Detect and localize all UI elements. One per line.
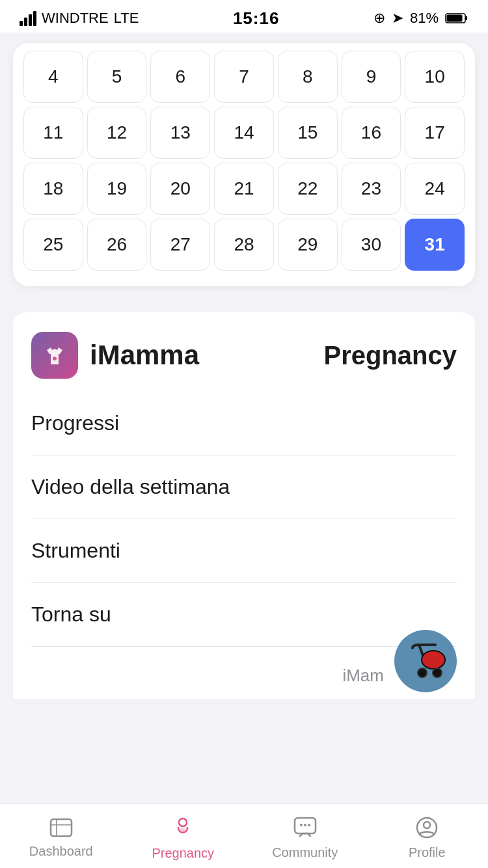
floating-card: iMam [13,647,475,699]
svg-rect-8 [51,819,72,836]
calendar-day-11[interactable]: 11 [23,107,83,159]
community-icon [293,817,317,841]
svg-point-3 [53,357,57,360]
svg-point-5 [422,651,445,669]
menu-item-video-label: Video della settimana [31,475,230,499]
tab-profile[interactable]: Profile [366,811,489,860]
battery-icon [445,12,468,25]
dashboard-icon [49,818,73,840]
svg-point-16 [308,824,310,826]
app-icon [31,332,78,379]
calendar-grid: 4 5 6 7 8 9 10 11 12 13 14 15 16 17 18 1… [23,51,465,271]
calendar-day-5[interactable]: 5 [87,51,147,103]
calendar-day-28[interactable]: 28 [214,219,274,271]
svg-point-12 [180,828,185,833]
calendar-day-12[interactable]: 12 [87,107,147,159]
brand-left: iMamma [31,332,199,379]
tab-community[interactable]: Community [244,811,366,860]
svg-rect-10 [56,819,57,836]
menu-item-strumenti[interactable]: Strumenti [31,519,457,583]
calendar-day-14[interactable]: 14 [214,107,274,159]
calendar-day-26[interactable]: 26 [87,219,147,271]
svg-point-14 [300,824,303,826]
separator [0,299,488,312]
calendar-day-7[interactable]: 7 [214,51,274,103]
menu-item-torna[interactable]: Torna su [31,583,457,647]
menu-item-progressi-label: Progressi [31,411,119,435]
carrier-label: WINDTRE [42,10,109,27]
status-left: WINDTRE LTE [20,10,139,27]
tab-pregnancy[interactable]: Pregnancy [122,811,245,861]
svg-rect-9 [51,824,72,826]
profile-icon [416,817,438,841]
calendar-day-17[interactable]: 17 [405,107,465,159]
tab-pregnancy-label: Pregnancy [152,846,214,861]
tab-profile-label: Profile [409,845,446,860]
tab-dashboard-label: Dashboard [29,844,93,859]
svg-point-18 [424,822,430,828]
calendar-day-27[interactable]: 27 [150,219,210,271]
tab-community-label: Community [272,845,338,860]
calendar-day-25[interactable]: 25 [23,219,83,271]
svg-point-7 [433,668,442,677]
tab-bar: Dashboard Pregnancy Community [0,803,488,868]
menu-item-video[interactable]: Video della settimana [31,455,457,519]
calendar-day-4[interactable]: 4 [23,51,83,103]
calendar-day-6[interactable]: 6 [150,51,210,103]
calendar-day-15[interactable]: 15 [278,107,338,159]
signal-icon [20,11,36,26]
calendar-day-16[interactable]: 16 [342,107,401,159]
time-label: 15:16 [233,8,280,29]
menu-list: Progressi Video della settimana Strument… [13,392,475,647]
calendar-section: 4 5 6 7 8 9 10 11 12 13 14 15 16 17 18 1… [13,43,475,286]
app-name: iMamma [90,340,199,371]
stroller-avatar [394,630,457,692]
calendar-day-8[interactable]: 8 [278,51,338,103]
navigation-icon: ➤ [392,10,403,27]
location-icon: ⊕ [373,10,385,27]
calendar-day-13[interactable]: 13 [150,107,210,159]
network-label: LTE [114,10,139,27]
svg-rect-2 [446,15,462,22]
menu-item-progressi[interactable]: Progressi [31,392,457,455]
calendar-day-19[interactable]: 19 [87,163,147,215]
menu-item-torna-label: Torna su [31,603,111,627]
svg-point-15 [304,824,306,826]
imamma-floating-label: iMam [342,666,384,686]
calendar-day-24[interactable]: 24 [405,163,465,215]
battery-percent: 81% [410,10,439,27]
calendar-day-21[interactable]: 21 [214,163,274,215]
calendar-day-9[interactable]: 9 [342,51,401,103]
svg-rect-1 [465,16,467,20]
brand-category: Pregnancy [323,341,457,370]
calendar-day-18[interactable]: 18 [23,163,83,215]
brand-section: iMamma Pregnancy [13,312,475,392]
svg-point-6 [418,668,427,677]
status-right: ⊕ ➤ 81% [373,10,468,27]
calendar-day-31[interactable]: 31 [405,219,465,271]
tab-bar-spacer [0,699,488,764]
calendar-day-23[interactable]: 23 [342,163,401,215]
calendar-day-30[interactable]: 30 [342,219,401,271]
status-bar: WINDTRE LTE 15:16 ⊕ ➤ 81% [0,0,488,33]
svg-point-11 [179,819,187,826]
tab-dashboard[interactable]: Dashboard [0,813,122,859]
calendar-day-22[interactable]: 22 [278,163,338,215]
calendar-day-20[interactable]: 20 [150,163,210,215]
calendar-day-10[interactable]: 10 [405,51,465,103]
menu-item-strumenti-label: Strumenti [31,539,120,563]
pregnancy-icon [172,816,194,842]
calendar-day-29[interactable]: 29 [278,219,338,271]
